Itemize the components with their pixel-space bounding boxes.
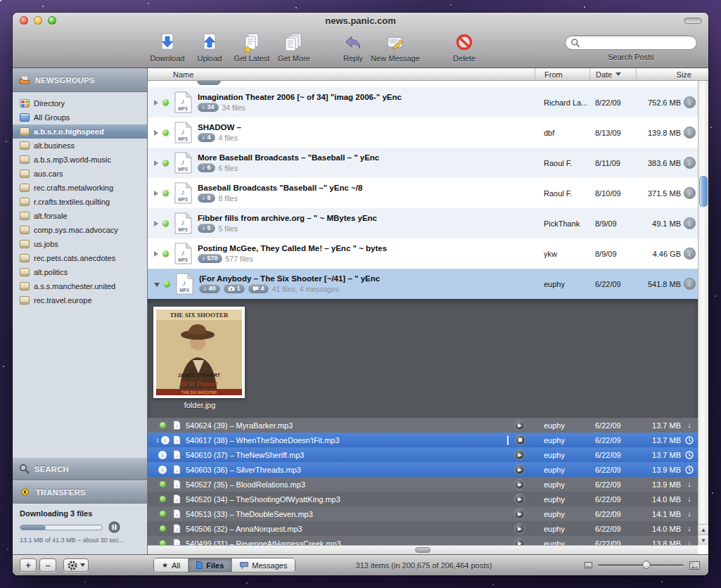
transfers-section-header[interactable]: TRANSFERS (13, 480, 147, 504)
search-field[interactable] (565, 35, 697, 50)
sidebar-item-newsgroup[interactable]: r.crafts.textiles.quilting (13, 195, 147, 209)
file-row[interactable]: ↕ ↓ ♪ 540624 (39) – MyraBarker.mp3 (148, 418, 698, 433)
minimize-button[interactable] (34, 16, 42, 25)
delete-button[interactable]: Delete (443, 32, 485, 63)
download-thread-button[interactable]: ↓ (684, 248, 696, 260)
play-button[interactable] (514, 509, 525, 519)
download-button[interactable]: Download (146, 32, 189, 63)
download-file-icon[interactable]: ↓ (687, 525, 691, 532)
play-button[interactable] (514, 494, 525, 504)
get-more-button[interactable]: Get More (273, 32, 315, 63)
file-row[interactable]: ↕ ↓ ♪ 540506 (32) – AnnaNorquest.mp3 (148, 521, 698, 536)
titlebar[interactable]: news.panic.com (13, 13, 708, 28)
disclosure-triangle-icon[interactable] (154, 130, 158, 136)
get-latest-button[interactable]: Get Latest (231, 32, 273, 63)
horizontal-scrollbar-thumb[interactable] (415, 547, 430, 553)
desktop-stars (0, 0, 1, 1)
scroll-down-arrow[interactable]: ▼ (698, 535, 708, 545)
sidebar-item-newsgroup[interactable]: rec.pets.cats.anecdotes (13, 251, 147, 265)
sidebar-item-newsgroup[interactable]: rec.crafts.metalworking (13, 181, 147, 195)
sidebar-item-newsgroup[interactable]: alt.business (13, 139, 147, 153)
sidebar-item-newsgroup[interactable]: Directory (13, 96, 147, 110)
thread-row[interactable]: ♪MP3 Fibber fills from archive.org – " ~… (148, 208, 698, 238)
unison-window: news.panic.com Download Upload Get L (13, 13, 708, 575)
sidebar-item-newsgroup[interactable]: All Groups (13, 110, 147, 124)
file-row[interactable]: ↕ ↓ ♪ 540610 (37) – TheNewSheriff.mp3 (148, 447, 698, 462)
disclosure-triangle-icon[interactable] (154, 221, 158, 226)
sidebar-item-newsgroup[interactable]: a.b.s.r.o.highspeed (13, 124, 147, 139)
scroll-up-arrow[interactable]: ▲ (698, 524, 708, 535)
download-thread-button[interactable]: ↓ (684, 96, 696, 108)
disclosure-triangle-icon[interactable] (154, 191, 158, 196)
download-file-icon[interactable]: ↓ (687, 421, 691, 429)
play-button[interactable] (514, 449, 525, 460)
download-thread-button[interactable]: ↓ (684, 157, 696, 169)
column-header-date[interactable]: Date (589, 68, 636, 80)
column-header-size[interactable]: Size (636, 68, 708, 80)
thread-row[interactable]: ♪MP3 (For Anybody – The Six Shooter [~/4… (148, 269, 698, 299)
zoom-button[interactable] (48, 16, 56, 25)
download-file-icon[interactable]: ↓ (687, 510, 691, 518)
file-row[interactable]: ↕ ↓ ♪ 540520 (34) – TheShootingOfWyattKi… (148, 492, 698, 506)
sidebar-item-newsgroup[interactable]: aus.cars (13, 167, 147, 181)
folder-jpg-thumbnail[interactable]: THE SIX SHOOTER JAMES STEWART Britt Pons… (153, 307, 245, 398)
sidebar-item-newsgroup[interactable]: us.jobs (13, 237, 147, 251)
new-message-button[interactable]: New Message (374, 32, 416, 63)
disclosure-triangle-icon[interactable] (154, 283, 160, 287)
sidebar-item-newsgroup[interactable]: a.s.s.manchester.united (13, 279, 147, 293)
add-group-button[interactable]: + (20, 558, 37, 572)
filter-messages-segment[interactable]: Messages (231, 558, 295, 572)
column-header-from[interactable]: From (535, 68, 589, 80)
size-slider-thumb[interactable] (642, 561, 651, 569)
file-row[interactable]: ↕ ↓ ♪ 540603 (36) – SilverThreads.mp3 (148, 462, 698, 477)
reply-icon (343, 32, 364, 54)
size-slider[interactable] (598, 564, 684, 566)
sidebar-item-newsgroup[interactable]: a.b.s.mp3.world-music (13, 153, 147, 167)
vertical-scrollbar-thumb[interactable] (699, 176, 708, 207)
horizontal-scrollbar[interactable] (148, 545, 698, 554)
newsgroups-section-header[interactable]: NEWSGROUPS (13, 68, 147, 92)
search-input[interactable] (583, 37, 696, 49)
thread-size: 752.6 MB (636, 98, 681, 107)
file-row[interactable]: ↕ ↓ ♪ 540527 (35) – BloodRelations.mp3 (148, 477, 698, 492)
download-thread-button[interactable]: ↓ (684, 217, 696, 229)
audio-count-badge: ♪570 (198, 254, 222, 263)
download-thread-button[interactable]: ↓ (684, 127, 696, 139)
disclosure-triangle-icon[interactable] (154, 251, 158, 257)
filter-all-segment[interactable]: ★ All (154, 558, 188, 572)
download-file-icon[interactable]: ↓ (687, 480, 691, 488)
thread-row[interactable]: ♪MP3 SHADOW – ♪4 4 files (148, 117, 698, 148)
file-row[interactable]: ↕ ↓ ♪ 540617 (38) – WhenTheShoeDoesn'tFi… (148, 433, 698, 447)
remove-group-button[interactable]: – (39, 558, 56, 572)
play-button[interactable] (514, 523, 525, 534)
pause-transfers-button[interactable] (108, 521, 120, 533)
file-row[interactable]: ↕ ↓ ♪ 540513 (33) – TheDoubleSeven.mp3 (148, 506, 698, 521)
toolbar-toggle-capsule[interactable] (684, 18, 702, 24)
play-button[interactable] (514, 464, 525, 475)
reply-button[interactable]: Reply (332, 32, 374, 63)
download-thread-button[interactable]: ↓ (684, 187, 696, 199)
thread-row[interactable]: ♪MP3 Baseball Broadcasts "Baseball –" yE… (148, 178, 698, 208)
download-thread-button[interactable]: ↓ (684, 278, 696, 290)
action-menu-button[interactable] (63, 558, 89, 572)
download-label: Download (151, 54, 185, 63)
sidebar-item-newsgroup[interactable]: alt.forsale (13, 209, 147, 223)
filter-files-segment[interactable]: Files (188, 558, 231, 572)
disclosure-triangle-icon[interactable] (154, 160, 158, 166)
sidebar-item-newsgroup[interactable]: rec.travel.europe (13, 293, 147, 307)
play-button[interactable] (514, 420, 525, 430)
search-section-header[interactable]: SEARCH (13, 457, 147, 480)
thread-row[interactable]: ♪MP3 More Baseball Broadcasts – "Basebal… (148, 148, 698, 178)
stop-download-button[interactable] (515, 435, 525, 445)
thread-row[interactable]: ♪MP3 Posting McGee, They Called Me! – yE… (148, 238, 698, 269)
disclosure-triangle-icon[interactable] (154, 100, 158, 106)
sidebar-item-newsgroup[interactable]: comp.sys.mac.advocacy (13, 223, 147, 237)
thread-row[interactable]: ♪MP3 Imagination Theater 2006 [~ of 34] … (148, 87, 698, 117)
play-button[interactable] (514, 479, 525, 490)
column-header-name[interactable]: Name (148, 68, 535, 80)
sidebar-item-newsgroup[interactable]: alt.politics (13, 265, 147, 279)
upload-button[interactable]: Upload (189, 32, 231, 63)
close-button[interactable] (20, 16, 28, 25)
download-file-icon[interactable]: ↓ (687, 495, 691, 503)
vertical-scrollbar[interactable]: ▲ ▼ (698, 81, 708, 545)
